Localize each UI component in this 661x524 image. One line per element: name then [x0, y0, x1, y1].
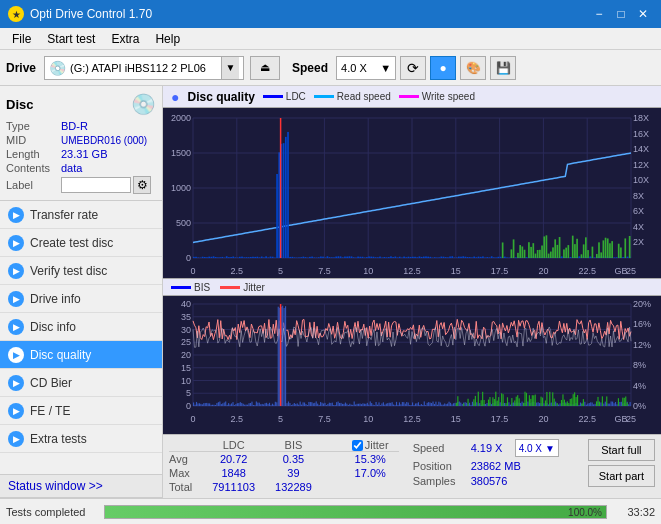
extra-tests-label: Extra tests — [30, 432, 87, 446]
speed-stat-label: Speed — [413, 442, 465, 454]
maximize-button[interactable]: □ — [611, 5, 631, 23]
length-value: 23.31 GB — [61, 148, 107, 160]
status-bar: Tests completed 100.0% 33:32 — [0, 498, 661, 524]
nav-cd-bier[interactable]: ▶ CD Bier — [0, 369, 162, 397]
drive-info-label: Drive info — [30, 292, 81, 306]
jitter-avg: 15.3% — [342, 452, 399, 467]
col-jitter: Jitter — [342, 439, 399, 452]
transfer-rate-label: Transfer rate — [30, 208, 98, 222]
progress-bar — [105, 506, 606, 518]
fe-te-icon: ▶ — [8, 403, 24, 419]
status-window-btn[interactable]: Status window >> — [0, 474, 162, 498]
menu-file[interactable]: File — [4, 30, 39, 48]
progress-label: 100.0% — [568, 506, 602, 520]
bottom-stats: LDC BIS Jitter Avg 20. — [163, 434, 661, 498]
bis-max: 39 — [265, 466, 322, 480]
jitter-checkbox[interactable] — [352, 440, 363, 451]
disc-info-label: Disc info — [30, 320, 76, 334]
table-row: Avg 20.72 0.35 15.3% — [169, 452, 399, 467]
toolbar-btn-3[interactable]: 🎨 — [460, 56, 486, 80]
bottom-chart — [163, 296, 661, 426]
nav-fe-te[interactable]: ▶ FE / TE — [0, 397, 162, 425]
type-value: BD-R — [61, 120, 88, 132]
drive-value: (G:) ATAPI iHBS112 2 PL06 — [70, 62, 217, 74]
menu-extra[interactable]: Extra — [103, 30, 147, 48]
label-text: Label — [6, 179, 61, 191]
nav-transfer-rate[interactable]: ▶ Transfer rate — [0, 201, 162, 229]
nav-disc-quality[interactable]: ▶ Disc quality — [0, 341, 162, 369]
extra-tests-icon: ▶ — [8, 431, 24, 447]
speed-dropdown-icon: ▼ — [380, 62, 391, 74]
drive-info-icon: ▶ — [8, 291, 24, 307]
drive-selector[interactable]: 💿 (G:) ATAPI iHBS112 2 PL06 ▼ — [44, 56, 244, 80]
avg-label: Avg — [169, 452, 202, 467]
position-label: Position — [413, 460, 465, 472]
nav-disc-info[interactable]: ▶ Disc info — [0, 313, 162, 341]
col-ldc: LDC — [202, 439, 265, 452]
close-button[interactable]: ✕ — [633, 5, 653, 23]
dq-title: Disc quality — [187, 90, 254, 104]
eject-button[interactable]: ⏏ — [250, 56, 280, 80]
create-test-disc-label: Create test disc — [30, 236, 113, 250]
start-full-button[interactable]: Start full — [588, 439, 655, 461]
contents-label: Contents — [6, 162, 61, 174]
menu-start-test[interactable]: Start test — [39, 30, 103, 48]
dq-header: ● Disc quality LDC Read speed Write spee… — [163, 86, 661, 108]
toolbar-btn-1[interactable]: ⟳ — [400, 56, 426, 80]
max-label: Max — [169, 466, 202, 480]
bis-total: 132289 — [265, 480, 322, 494]
toolbar-btn-2[interactable]: ● — [430, 56, 456, 80]
nav-create-test-disc[interactable]: ▶ Create test disc — [0, 229, 162, 257]
type-label: Type — [6, 120, 61, 132]
disc-section-label: Disc — [6, 97, 33, 112]
speed-value: 4.0 X — [341, 62, 367, 74]
top-chart — [163, 108, 661, 278]
label-browse-btn[interactable]: ⚙ — [133, 176, 151, 194]
nav-extra-tests[interactable]: ▶ Extra tests — [0, 425, 162, 453]
cd-bier-icon: ▶ — [8, 375, 24, 391]
legend-bis: BIS — [194, 282, 210, 293]
length-label: Length — [6, 148, 61, 160]
contents-value: data — [61, 162, 82, 174]
label-input[interactable] — [61, 177, 131, 193]
speed-stat-value: 4.19 X — [471, 442, 509, 454]
legend-write: Write speed — [422, 91, 475, 102]
left-panel: Disc 💿 Type BD-R MID UMEBDR016 (000) Len… — [0, 86, 163, 498]
toolbar-btn-4[interactable]: 💾 — [490, 56, 516, 80]
menu-help[interactable]: Help — [147, 30, 188, 48]
ldc-avg: 20.72 — [202, 452, 265, 467]
table-row: Max 1848 39 17.0% — [169, 466, 399, 480]
disc-info-area: Disc 💿 Type BD-R MID UMEBDR016 (000) Len… — [0, 86, 162, 201]
disc-quality-label: Disc quality — [30, 348, 91, 362]
speed-stat-selector[interactable]: 4.0 X ▼ — [515, 439, 559, 457]
status-text: Tests completed — [6, 506, 96, 518]
disc-info-icon: ▶ — [8, 319, 24, 335]
stats-table: LDC BIS Jitter Avg 20. — [169, 439, 399, 494]
nav-verify-test-disc[interactable]: ▶ Verify test disc — [0, 257, 162, 285]
bis-avg: 0.35 — [265, 452, 322, 467]
table-row: Total 7911103 132289 — [169, 480, 399, 494]
minimize-button[interactable]: − — [589, 5, 609, 23]
cd-bier-label: CD Bier — [30, 376, 72, 390]
jitter-max: 17.0% — [342, 466, 399, 480]
create-test-disc-icon: ▶ — [8, 235, 24, 251]
speed-selector[interactable]: 4.0 X ▼ — [336, 56, 396, 80]
start-part-button[interactable]: Start part — [588, 465, 655, 487]
app-icon: ★ — [8, 6, 24, 22]
nav-drive-info[interactable]: ▶ Drive info — [0, 285, 162, 313]
samples-value: 380576 — [471, 475, 508, 487]
disc-quality-icon: ▶ — [8, 347, 24, 363]
mid-label: MID — [6, 134, 61, 146]
legend-ldc: LDC — [286, 91, 306, 102]
toolbar: Drive 💿 (G:) ATAPI iHBS112 2 PL06 ▼ ⏏ Sp… — [0, 50, 661, 86]
ldc-total: 7911103 — [202, 480, 265, 494]
verify-test-disc-label: Verify test disc — [30, 264, 107, 278]
time-display: 33:32 — [615, 506, 655, 518]
transfer-rate-icon: ▶ — [8, 207, 24, 223]
menu-bar: File Start test Extra Help — [0, 28, 661, 50]
mid-value: UMEBDR016 (000) — [61, 135, 147, 146]
samples-label: Samples — [413, 475, 465, 487]
speed-label: Speed — [292, 61, 328, 75]
legend-read: Read speed — [337, 91, 391, 102]
drive-label: Drive — [6, 61, 36, 75]
